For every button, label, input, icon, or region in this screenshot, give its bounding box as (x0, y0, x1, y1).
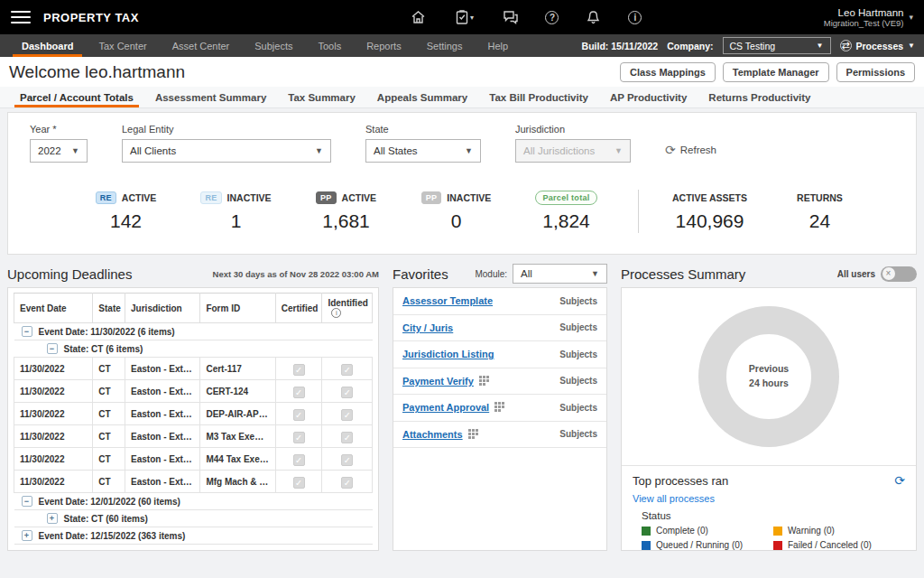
badge-parcel-total: Parcel total (535, 191, 596, 205)
notifications-icon[interactable] (585, 8, 603, 26)
table-row[interactable]: 11/30/2022CTEaston - ExtensionDEP-AIR-AP… (14, 403, 373, 425)
totals-divider (638, 190, 639, 233)
legend-item-complete-0: Complete (0) (642, 526, 773, 536)
refresh-processes-icon[interactable]: ⟳ (894, 473, 905, 488)
processes-button[interactable]: ⇄ Processes ▼ (840, 40, 915, 51)
stat-returns: RETURNS24 (781, 190, 859, 232)
nav-item-subjects[interactable]: Subjects (242, 34, 305, 57)
help-icon[interactable]: ? (543, 8, 561, 26)
class-mappings-button[interactable]: Class Mappings (620, 62, 716, 82)
info-icon[interactable]: i (626, 8, 644, 26)
fav-left: Payment Verify (402, 373, 489, 389)
table-row[interactable]: 11/30/2022CTEaston - ExtensionM3 Tax Exe… (14, 425, 373, 448)
favorite-link-attachments[interactable]: Attachments (402, 429, 463, 440)
filter-year: Year *2022▼ (30, 124, 88, 163)
year-select[interactable]: 2022▼ (30, 139, 88, 163)
company-value: CS Testing (730, 41, 776, 51)
tab-assessment-summary[interactable]: Assessment Summary (144, 87, 277, 107)
fav-left: Assessor Template (402, 295, 493, 306)
deadlines-table: Event DateStateJurisdictionForm IDCertif… (14, 293, 373, 545)
tasks-icon[interactable]: ▾ (451, 8, 478, 26)
cell-certified: ✓ (275, 403, 322, 425)
table-row[interactable]: 11/30/2022CTEaston - ExtensionCERT-124✓✓ (14, 380, 373, 403)
identified-info-icon[interactable]: i (331, 308, 341, 318)
stat-header: ACTIVE ASSETS (671, 190, 749, 205)
nav-item-settings[interactable]: Settings (414, 34, 476, 57)
select-value: All Jurisdictions (523, 145, 595, 156)
permissions-button[interactable]: Permissions (836, 62, 915, 82)
tab-parcel-account-totals[interactable]: Parcel / Account Totals (9, 87, 144, 107)
module-select[interactable]: All ▼ (513, 264, 607, 284)
favorite-category: Subjects (559, 403, 597, 413)
all-users-toggle[interactable]: × (881, 266, 917, 282)
chevron-down-icon: ▼ (64, 146, 79, 155)
tab-tax-bill-productivity[interactable]: Tax Bill Productivity (478, 87, 599, 107)
template-manager-button[interactable]: Template Manager (723, 62, 829, 82)
tab-tax-summary[interactable]: Tax Summary (277, 87, 366, 107)
fav-left: Attachments (402, 426, 478, 443)
tab-appeals-summary[interactable]: Appeals Summary (366, 87, 478, 107)
tab-ap-productivity[interactable]: AP Productivity (599, 87, 698, 107)
refresh-button[interactable]: ⟳Refresh (665, 143, 716, 157)
tab-returns-productivity[interactable]: Returns Productivity (698, 87, 821, 107)
expand-icon[interactable]: + (22, 530, 32, 541)
table-row[interactable]: 11/30/2022CTEaston - ExtensionMfg Mach &… (14, 471, 373, 493)
company-select[interactable]: CS Testing ▼ (723, 37, 831, 54)
legend-swatch (642, 527, 651, 536)
chat-icon[interactable] (502, 8, 520, 26)
collapse-icon[interactable]: − (22, 326, 32, 337)
processes-icon: ⇄ (840, 40, 852, 51)
favorite-category: Subjects (559, 350, 597, 359)
favorite-link-payment-verify[interactable]: Payment Verify (402, 376, 474, 387)
top-processes-label: Top processes ran (633, 474, 728, 488)
cell-event-date: 11/30/2022 (14, 471, 93, 493)
badge-pp-active: PP (316, 191, 337, 204)
badge-re-active: RE (96, 191, 116, 204)
nav-item-tax-center[interactable]: Tax Center (86, 34, 159, 57)
chevron-down-icon: ▼ (817, 42, 824, 50)
expand-icon[interactable]: + (47, 513, 58, 524)
group-row: −Event Date: 12/01/2022 (60 items) (14, 493, 373, 510)
legal-entity-select[interactable]: All Clients▼ (122, 139, 331, 163)
nav-item-reports[interactable]: Reports (354, 34, 414, 57)
nav-item-tools[interactable]: Tools (305, 34, 354, 57)
list-item: Payment VerifySubjects (393, 368, 606, 396)
nav-item-help[interactable]: Help (475, 34, 521, 57)
cell-jurisdiction: Easton - Extension (125, 448, 200, 471)
collapse-icon[interactable]: − (22, 496, 32, 507)
legend-label: Queued / Running (0) (656, 540, 743, 550)
menu-icon[interactable] (11, 11, 31, 23)
stat-value: 0 (418, 210, 495, 232)
cell-certified: ✓ (275, 425, 322, 448)
group-row: +State: CT (60 items) (14, 510, 373, 527)
nav-item-dashboard[interactable]: Dashboard (9, 34, 86, 57)
list-item: Jurisdiction ListingSubjects (393, 341, 606, 368)
col-header-identified: Identifiedi (322, 294, 373, 323)
filter-label-year: Year * (30, 124, 88, 135)
group-label: Event Date: 11/30/2022 (6 items) (39, 327, 175, 337)
cell-form-id: M3 Tax Exempt A... (200, 425, 275, 448)
table-row[interactable]: 11/30/2022CTEaston - ExtensionM44 Tax Ex… (14, 448, 373, 471)
stat-header: Parcel total (528, 190, 605, 205)
collapse-icon[interactable]: − (47, 343, 58, 354)
table-row[interactable]: 11/30/2022CTEaston - ExtensionCert-117✓✓ (14, 358, 373, 380)
user-menu[interactable]: Leo Hartmann Migration_Test (VE9) ▾ (824, 7, 913, 28)
view-all-processes-link[interactable]: View all processes (633, 493, 905, 504)
group-row: +Event Date: 12/15/2022 (363 items) (14, 527, 373, 545)
app-title: PROPERTY TAX (43, 11, 139, 24)
filters-card: Year *2022▼Legal EntityAll Clients▼State… (7, 112, 917, 255)
checkbox-certified-checked: ✓ (293, 364, 305, 376)
cell-form-id: M44 Tax Exempt ... (200, 448, 275, 471)
group-label: Event Date: 12/15/2022 (363 items) (39, 531, 186, 541)
nav-item-asset-center[interactable]: Asset Center (160, 34, 243, 57)
group-row-content: +Event Date: 12/15/2022 (363 items) (18, 530, 369, 541)
favorite-link-assessor-template[interactable]: Assessor Template (402, 295, 493, 306)
favorite-link-jurisdiction-listing[interactable]: Jurisdiction Listing (402, 349, 494, 359)
favorite-link-city-juris[interactable]: City / Juris (402, 322, 453, 333)
favorite-link-payment-approval[interactable]: Payment Approval (402, 402, 489, 413)
state-select[interactable]: All States▼ (365, 139, 481, 163)
stat-header: PPINACTIVE (418, 190, 495, 205)
home-icon[interactable] (410, 8, 428, 26)
chevron-down-icon: ▼ (457, 146, 473, 155)
checkbox-certified-checked: ✓ (293, 432, 305, 443)
